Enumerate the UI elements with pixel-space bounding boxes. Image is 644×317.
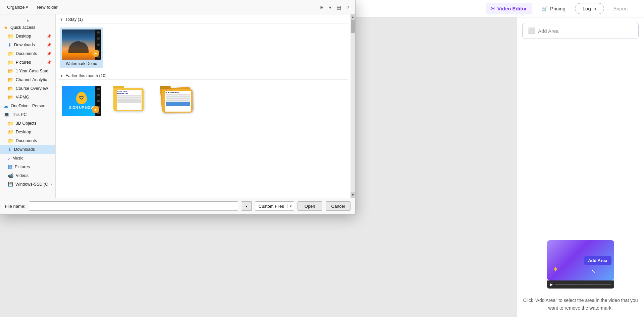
scroll-up-arrow[interactable]: ▲ (351, 14, 355, 20)
export-label: Export (613, 6, 628, 11)
folder-doc-text: AFFILIATEMARKETIN (117, 90, 141, 94)
dialog-sidebar: ▲ ★ Quick access 📁 Desktop 📌 ⬇ Downloads… (0, 14, 56, 198)
filetype-label: Custom Files (255, 204, 287, 209)
folder-tab-front (162, 89, 173, 89)
folder-doc-line (117, 95, 141, 96)
sidebar-item-channelanalytic[interactable]: 📂 Channel Analytic (0, 75, 55, 84)
scrollbar-track[interactable] (351, 20, 355, 192)
sidebar-item-videos[interactable]: 📹 Videos (0, 171, 55, 180)
film-hole-r (97, 31, 100, 34)
login-button[interactable]: Log in (575, 3, 604, 14)
sidebar-videos-label: Videos (16, 173, 29, 178)
open-button[interactable]: Open (298, 201, 322, 211)
filename-input[interactable] (29, 201, 238, 211)
scrollbar-thumb[interactable] (351, 20, 355, 33)
folder-icon-3: 📁 (8, 60, 13, 65)
affiliate-folder-thumb: AFFILIATEMARKETIN (109, 86, 149, 116)
pictures-icon: 🖼 (8, 164, 12, 170)
group-header-today[interactable]: ▼ Today (1) (58, 14, 348, 23)
file-item-watermark-demo[interactable]: ▶ ↖ Watermark Demo (60, 27, 103, 68)
sidebar-item-desktop[interactable]: 📁 Desktop (0, 128, 55, 136)
sidebar-item-courseoverview[interactable]: 📂 Course Overview (0, 84, 55, 93)
pricing-label: Pricing (550, 6, 566, 11)
progress-line (555, 284, 611, 285)
filename-dropdown-arrow[interactable]: ▾ (241, 201, 252, 211)
add-area-button[interactable]: ⬜ Add Area (522, 23, 639, 39)
audience-doc-title: te Audience Re (166, 91, 190, 93)
sidebar-item-quick-access[interactable]: ★ Quick access (0, 23, 55, 32)
folder-body-audience-front: te Audience Re (162, 89, 193, 113)
video-editor-icon: ✂ (491, 6, 495, 12)
sidebar-item-desktop-pinned[interactable]: 📁 Desktop 📌 (0, 32, 55, 41)
sidebar-item-pictures[interactable]: 🖼 Pictures (0, 163, 55, 171)
sidebar-downloads-label-2: Downloads (14, 147, 35, 152)
cursor-icon: ↖ (591, 268, 595, 274)
cursor-inside-thumb: ↖ (79, 39, 84, 44)
panel-hint-text: Click "Add Area" to select the area in t… (522, 297, 639, 312)
file-item-audience-folder[interactable]: te Audience Re (155, 84, 199, 120)
folder-3d-icon: 📁 (8, 121, 13, 126)
sidebar-item-this-pc[interactable]: 💻 This PC (0, 110, 55, 119)
sidebar-item-pictures-pinned[interactable]: 📁 Pictures 📌 (0, 58, 55, 67)
group-earlier-label: Earlier this month (10) (65, 73, 107, 78)
login-label: Log in (583, 6, 596, 11)
sidebar-item-music[interactable]: ♪ Music (0, 154, 55, 163)
sidebar-item-3dobjects[interactable]: 📁 3D Objects (0, 119, 55, 128)
video-preview-container: ✦ Add Area ↖ ▶ (522, 240, 639, 289)
view-help[interactable]: ? (344, 3, 351, 11)
downloads-icon: ⬇ (8, 42, 12, 48)
sidebar-item-downloads[interactable]: ⬇ Downloads (0, 145, 55, 154)
sidebar-item-vpmg[interactable]: 📂 V-PMG (0, 93, 55, 102)
folder-yellow-icon: 📂 (8, 68, 13, 74)
organize-button[interactable]: Organize ▾ (4, 3, 31, 11)
export-button[interactable]: Export (608, 3, 633, 14)
view-dropdown[interactable]: ▾ (327, 3, 333, 11)
pricing-button[interactable]: 🛒 Pricing (536, 3, 571, 14)
add-area-overlay-label[interactable]: Add Area (584, 256, 611, 265)
sidebar-item-1yearcase[interactable]: 📂 1 Year Case Stud (0, 67, 55, 75)
sidebar-3dobjects-label: 3D Objects (16, 121, 37, 126)
group-header-earlier[interactable]: ▼ Earlier this month (10) (58, 71, 348, 80)
film-hole-r2 (97, 100, 100, 102)
filename-label: File name: (5, 204, 25, 209)
folder-yellow-icon-3: 📂 (8, 86, 13, 91)
sidebar-item-windows-ssd[interactable]: 💾 Windows-SSD (C ▾ (0, 180, 55, 188)
file-item-signup-video[interactable]: 🛡 SIGN UP NOW ▶ (60, 84, 103, 120)
view-pane-toggle[interactable]: ▤ (335, 3, 343, 11)
sparkle-icon: ✦ (552, 265, 558, 274)
sidebar-item-onedrive[interactable]: ☁ OneDrive - Person (0, 102, 55, 110)
pin-icon-3: 📌 (47, 52, 51, 56)
video-editor-button[interactable]: ✂ Video Editor (486, 3, 532, 14)
dialog-toolbar: Organize ▾ New folder ⊞ ▾ ▤ ? (0, 0, 355, 14)
onedrive-icon: ☁ (4, 103, 8, 109)
sidebar-item-documents[interactable]: 📁 Documents (0, 136, 55, 145)
sidebar-pictures-label: Pictures (16, 60, 31, 65)
view-icon-1[interactable]: ⊞ (318, 3, 326, 11)
organize-label: Organize (7, 5, 25, 10)
sidebar-vpmg-label: V-PMG (16, 95, 29, 100)
folder-content-preview: AFFILIATEMARKETIN (117, 90, 142, 110)
pin-icon-2: 📌 (47, 43, 51, 47)
video-preview-thumbnail: ✦ Add Area ↖ (547, 240, 614, 280)
sidebar-item-downloads-pinned[interactable]: ⬇ Downloads 📌 (0, 41, 55, 49)
shield-icon: 🛡 (76, 92, 87, 104)
aud-line1 (166, 94, 190, 96)
sidebar-scroll-up[interactable]: ▲ (0, 17, 55, 23)
new-folder-button[interactable]: New folder (34, 3, 60, 11)
signup-text: SIGN UP NOW (69, 106, 94, 110)
file-dialog: Organize ▾ New folder ⊞ ▾ ▤ ? ▲ ★ Quick … (0, 0, 356, 214)
filetype-selector[interactable]: Custom Files ▾ (255, 201, 294, 211)
cancel-label: Cancel (331, 204, 345, 209)
expand-icon: ▾ (51, 182, 52, 186)
cancel-button[interactable]: Cancel (326, 201, 351, 211)
file-item-affiliate-folder[interactable]: AFFILIATEMARKETIN (107, 84, 151, 120)
dialog-bottom-bar: File name: ▾ Custom Files ▾ Open Cancel (0, 198, 355, 214)
play-button-overlay: ▶ (92, 50, 99, 57)
sidebar-courseoverview-label: Course Overview (16, 86, 48, 91)
scroll-down-arrow[interactable]: ▼ (351, 192, 355, 198)
sidebar-item-documents-pinned[interactable]: 📁 Documents 📌 (0, 49, 55, 58)
today-file-grid: ▶ ↖ Watermark Demo (58, 25, 348, 71)
file-label-watermark-demo: Watermark Demo (66, 61, 97, 66)
video-editor-label: Video Editor (497, 6, 527, 11)
filetype-dropdown-arrow[interactable]: ▾ (287, 204, 294, 208)
